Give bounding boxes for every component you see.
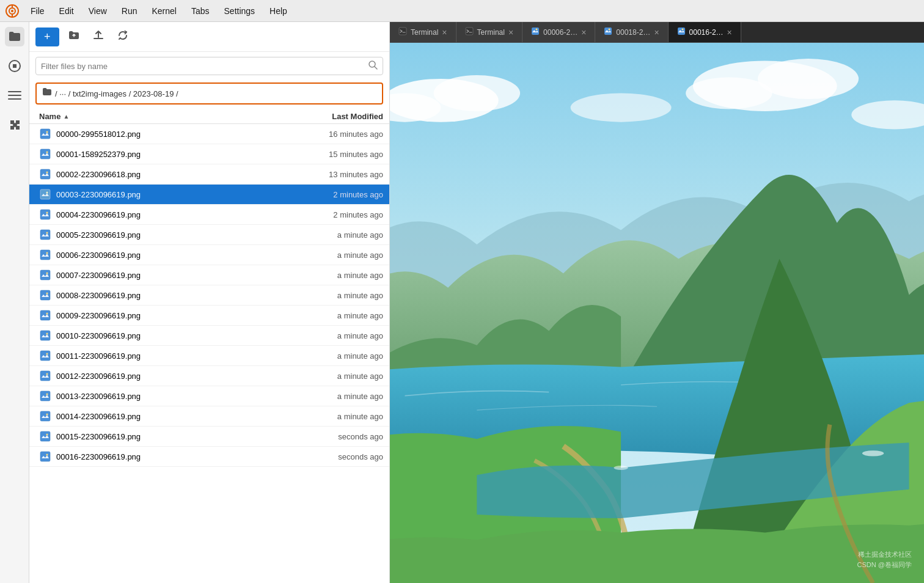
svg-rect-9 <box>8 98 21 100</box>
tab-label: Terminal <box>477 28 505 37</box>
column-modified-header[interactable]: Last Modified <box>285 112 383 121</box>
menu-kernel[interactable]: Kernel <box>145 4 182 18</box>
file-name: 00012-2230096619.png <box>56 372 285 381</box>
tab-close-button[interactable]: × <box>654 28 659 37</box>
sidebar-folder-icon[interactable] <box>5 27 24 46</box>
svg-point-43 <box>46 434 48 436</box>
tab-4[interactable]: 00016-2…× <box>669 22 741 42</box>
file-icon <box>39 249 51 261</box>
tab-close-button[interactable]: × <box>508 28 513 37</box>
sidebar-menu-icon[interactable] <box>5 86 24 105</box>
new-button[interactable]: + <box>35 28 59 46</box>
tab-close-button[interactable]: × <box>727 28 732 37</box>
column-name-header[interactable]: Name ▲ <box>39 112 285 121</box>
file-modified: a minute ago <box>285 230 383 240</box>
svg-point-21 <box>46 212 48 214</box>
file-name: 00009-2230096619.png <box>56 311 285 320</box>
file-name: 00015-2230096619.png <box>56 432 285 441</box>
tab-1[interactable]: Terminal× <box>457 22 523 42</box>
breadcrumb[interactable]: / ··· / txt2img-images / 2023-08-19 / <box>35 82 383 105</box>
file-name: 00013-2230096619.png <box>56 392 285 401</box>
tab-icon <box>677 27 686 37</box>
svg-point-41 <box>46 414 48 416</box>
menu-edit[interactable]: Edit <box>53 4 80 18</box>
upload-folder-button[interactable] <box>64 27 84 46</box>
svg-rect-32 <box>40 331 50 340</box>
file-name: 00002-2230096618.png <box>56 170 285 179</box>
tab-0[interactable]: Terminal× <box>390 22 457 42</box>
file-panel: + <box>29 22 390 583</box>
tab-3[interactable]: 00018-2…× <box>595 22 668 42</box>
svg-rect-20 <box>40 210 50 219</box>
svg-rect-24 <box>40 250 50 260</box>
table-row[interactable]: 00005-2230096619.pnga minute ago <box>29 225 389 245</box>
table-row[interactable]: 00011-2230096619.pnga minute ago <box>29 346 389 366</box>
table-row[interactable]: 00002-2230096618.png13 minutes ago <box>29 164 389 185</box>
menu-run[interactable]: Run <box>116 4 144 18</box>
menu-tabs[interactable]: Tabs <box>185 4 216 18</box>
tab-close-button[interactable]: × <box>581 28 586 37</box>
table-row[interactable]: 00012-2230096619.pnga minute ago <box>29 366 389 386</box>
table-row[interactable]: 00007-2230096619.pnga minute ago <box>29 265 389 285</box>
menu-help[interactable]: Help <box>263 4 293 18</box>
table-row[interactable]: 00000-2995518012.png16 minutes ago <box>29 124 389 144</box>
file-modified: 16 minutes ago <box>285 130 383 139</box>
svg-rect-14 <box>40 149 50 159</box>
svg-point-31 <box>46 313 48 315</box>
file-modified: 2 minutes ago <box>285 190 383 199</box>
table-row[interactable]: 00009-2230096619.pnga minute ago <box>29 306 389 326</box>
table-row[interactable]: 00015-2230096619.pngseconds ago <box>29 427 389 447</box>
svg-point-63 <box>571 94 672 122</box>
table-row[interactable]: 00004-2230096619.png2 minutes ago <box>29 205 389 225</box>
landscape-image <box>390 43 924 583</box>
table-row[interactable]: 00006-2230096619.pnga minute ago <box>29 245 389 265</box>
sidebar-stop-icon[interactable] <box>5 56 24 76</box>
table-row[interactable]: 00016-2230096619.pngseconds ago <box>29 447 389 467</box>
file-name: 00016-2230096619.png <box>56 452 285 461</box>
menu-view[interactable]: View <box>82 4 113 18</box>
main-area: + <box>0 22 924 583</box>
file-name: 00011-2230096619.png <box>56 351 285 361</box>
svg-rect-34 <box>40 351 50 361</box>
breadcrumb-path: / ··· / txt2img-images / 2023-08-19 / <box>55 89 178 98</box>
tab-2[interactable]: 00006-2…× <box>522 22 595 42</box>
file-modified: a minute ago <box>285 331 383 340</box>
svg-point-62 <box>686 78 772 109</box>
file-icon <box>39 208 51 221</box>
svg-point-2 <box>11 10 13 12</box>
file-name: 00008-2230096619.png <box>56 291 285 300</box>
svg-point-17 <box>46 172 48 174</box>
table-row[interactable]: 00008-2230096619.pnga minute ago <box>29 285 389 306</box>
refresh-button[interactable] <box>113 27 133 46</box>
content-area: Terminal× Terminal× 00006-2…× 00018-2…× … <box>390 22 924 583</box>
file-name: 00005-2230096619.png <box>56 230 285 240</box>
tab-close-button[interactable]: × <box>442 28 447 37</box>
tab-label: Terminal <box>411 28 438 37</box>
table-row[interactable]: 00001-1589252379.png15 minutes ago <box>29 144 389 164</box>
file-modified: a minute ago <box>285 412 383 421</box>
svg-point-37 <box>46 373 48 375</box>
search-input[interactable] <box>41 62 368 71</box>
table-row[interactable]: 00003-2230096619.png2 minutes ago <box>29 185 389 205</box>
file-icon <box>39 148 51 160</box>
file-toolbar: + <box>29 22 389 52</box>
menu-settings[interactable]: Settings <box>218 4 262 18</box>
svg-point-58 <box>434 75 520 111</box>
table-row[interactable]: 00013-2230096619.pnga minute ago <box>29 386 389 406</box>
sidebar-puzzle-icon[interactable] <box>5 115 24 134</box>
table-row[interactable]: 00014-2230096619.pnga minute ago <box>29 406 389 427</box>
svg-point-65 <box>862 450 884 456</box>
svg-point-39 <box>46 394 48 395</box>
svg-point-45 <box>46 454 48 456</box>
image-display: 稀土掘金技术社区 CSDN @卷福同学 <box>390 43 924 583</box>
svg-rect-38 <box>40 391 50 401</box>
svg-rect-36 <box>40 371 50 381</box>
file-modified: a minute ago <box>285 291 383 300</box>
tab-label: 00006-2… <box>543 28 578 37</box>
svg-rect-28 <box>40 290 50 300</box>
svg-rect-30 <box>40 310 50 320</box>
upload-button[interactable] <box>89 27 108 46</box>
table-row[interactable]: 00010-2230096619.pnga minute ago <box>29 326 389 346</box>
menu-file[interactable]: File <box>24 4 51 18</box>
svg-point-19 <box>46 192 48 194</box>
